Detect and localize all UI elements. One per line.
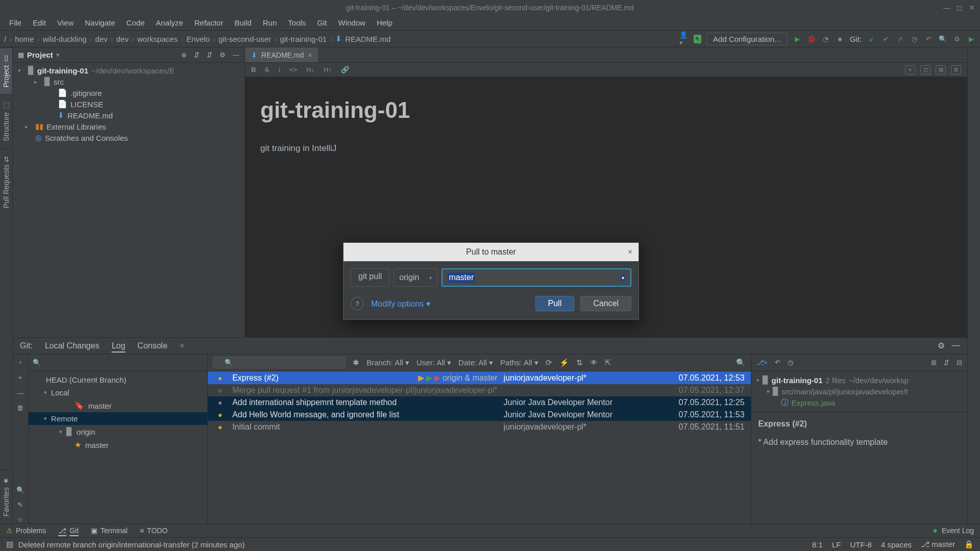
tool-todo[interactable]: ≡TODO	[140, 527, 167, 535]
crumb[interactable]: dev	[95, 35, 108, 43]
link-icon[interactable]: 🔗	[341, 66, 349, 73]
crumb[interactable]: /	[4, 35, 6, 43]
git-revert-icon[interactable]: ↶	[924, 34, 933, 43]
remove-icon[interactable]: —	[17, 389, 23, 397]
menu-help[interactable]: Help	[372, 16, 398, 29]
filter-date[interactable]: Date: All ▾	[458, 358, 493, 367]
dialog-close-icon[interactable]: ×	[628, 247, 632, 257]
group-icon[interactable]: ⊞	[931, 359, 937, 366]
tree-scratches[interactable]: ◎Scratches and Consoles	[13, 132, 244, 143]
back-icon[interactable]: ‹	[19, 358, 21, 366]
branch-head[interactable]: HEAD (Current Branch)	[29, 373, 207, 386]
italic-icon[interactable]: I	[278, 66, 280, 73]
commit-row[interactable]: ● Add international shippemnt template m…	[208, 396, 750, 409]
editor-tab-readme[interactable]: ⬇ README.md ×	[245, 47, 318, 62]
menu-navigate[interactable]: Navigate	[80, 16, 120, 29]
tree-file-readme[interactable]: ⬇README.md	[13, 110, 244, 121]
new-branch-icon[interactable]: ⎇+	[756, 359, 768, 366]
run-anything-icon[interactable]: ▶	[967, 34, 976, 43]
bold-icon[interactable]: B	[251, 66, 256, 73]
menu-refactor[interactable]: Refactor	[189, 16, 229, 29]
refresh-icon[interactable]: ⟳	[546, 358, 552, 367]
branch-remote-origin[interactable]: ▾▉origin	[29, 425, 207, 438]
tree-folder-src[interactable]: ▸▉src	[13, 76, 244, 87]
strike-icon[interactable]: S̶	[265, 66, 269, 73]
modify-options-link[interactable]: Modify options ▾	[371, 299, 430, 309]
git-tab-console[interactable]: Console	[137, 341, 167, 350]
dialog-titlebar[interactable]: Pull to master ×	[344, 243, 639, 261]
indent[interactable]: 4 spaces	[881, 540, 912, 549]
tree-root[interactable]: ▾▉ git-training-01 ~/dev/dev/workspaces/…	[13, 65, 244, 76]
commit-search-input[interactable]	[213, 357, 346, 368]
coverage-icon[interactable]: ◔	[821, 34, 830, 43]
tool-problems[interactable]: ⚠Problems	[6, 527, 46, 535]
user-icon[interactable]: 👤▾	[679, 34, 689, 43]
side-project[interactable]: Project ▯	[0, 47, 12, 94]
edit-icon[interactable]: ✎	[17, 501, 23, 509]
git-push-icon[interactable]: ↗	[895, 34, 904, 43]
view-source-icon[interactable]: ≡	[905, 65, 915, 74]
commit-row[interactable]: ● Initial commit juniorjavadeveloper-pl*…	[208, 421, 750, 433]
collapse-icon[interactable]: ⊟	[957, 359, 962, 366]
goto-icon[interactable]: ⇱	[605, 358, 611, 367]
build-icon[interactable]: ↖	[694, 35, 701, 43]
target-icon[interactable]: ⊕	[181, 51, 187, 59]
menu-window[interactable]: Window	[333, 16, 371, 29]
run-icon[interactable]: ▶	[793, 34, 802, 43]
git-tab-local-changes[interactable]: Local Changes	[45, 341, 100, 350]
commit-row[interactable]: ● Add Hello World message, and ignored f…	[208, 409, 750, 421]
filter-paths[interactable]: Paths: All ▾	[500, 358, 538, 367]
run-config-select[interactable]: Add Configuration...	[706, 33, 788, 45]
gear-icon[interactable]: ⚙	[938, 341, 945, 350]
search-icon[interactable]: 🔍	[33, 359, 41, 366]
side-favorites[interactable]: Favorites ★	[0, 469, 12, 523]
tool-git[interactable]: ⎇Git	[58, 527, 79, 535]
filter-branch[interactable]: Branch: All ▾	[366, 358, 409, 367]
git-tab-log[interactable]: Log	[112, 341, 126, 350]
git-tab-close-icon[interactable]: ×	[180, 341, 184, 350]
branch-select[interactable]: master▾	[442, 268, 631, 287]
cursor-pos[interactable]: 8:1	[812, 540, 823, 549]
settings-icon[interactable]: ⚙	[952, 34, 962, 43]
menu-run[interactable]: Run	[258, 16, 282, 29]
view-preview-icon[interactable]: ▤	[936, 65, 946, 74]
star-icon[interactable]: ☆	[17, 516, 23, 523]
branch-local-master[interactable]: 🔖master	[29, 399, 207, 412]
expand-icon[interactable]: ⇵	[194, 51, 200, 59]
view-split-icon[interactable]: ◫	[920, 65, 930, 74]
menu-icon[interactable]: ▤	[6, 540, 13, 549]
maximize-icon[interactable]: ◻	[957, 4, 963, 12]
crumb[interactable]: home	[15, 35, 34, 43]
crumb[interactable]: workspaces	[137, 35, 178, 43]
branch-remote-master[interactable]: ★master	[29, 438, 207, 452]
tree-file-license[interactable]: 📄LICENSE	[13, 98, 244, 110]
side-structure[interactable]: Structure ⬚	[0, 94, 12, 148]
details-pkg[interactable]: ▾▉ src/main/java/pl/juniorjavadeveloper/…	[751, 386, 967, 397]
sort-icon[interactable]: ⇅	[576, 358, 583, 367]
help-icon[interactable]: ?	[351, 297, 364, 310]
tool-event-log[interactable]: Event Log	[942, 527, 974, 535]
git-pull-icon[interactable]: ↙	[867, 34, 876, 43]
clock-icon[interactable]: ◷	[788, 359, 793, 366]
regex-icon[interactable]: ✱	[353, 358, 359, 367]
menu-edit[interactable]: Edit	[28, 16, 51, 29]
git-commit-icon[interactable]: ✔	[881, 34, 890, 43]
crumb[interactable]: git-second-user	[218, 35, 271, 43]
details-root[interactable]: ▾▉ git-training-01 2 files ~/dev/dev/wor…	[751, 374, 967, 386]
lock-icon[interactable]: 🔒	[964, 540, 974, 549]
undo-icon[interactable]: ↶	[775, 359, 780, 366]
code-icon[interactable]: <>	[289, 66, 297, 73]
branch-group-local[interactable]: ▾Local	[29, 386, 207, 399]
details-file[interactable]: Ⓙ Express.java	[751, 397, 967, 409]
h-down-icon[interactable]: H↓	[306, 66, 314, 73]
git-branch-status[interactable]: ⎇ master	[921, 540, 955, 549]
commit-row[interactable]: ○ Merge pull request #1 from juniorjavad…	[208, 384, 750, 396]
tool-terminal[interactable]: ▣Terminal	[91, 527, 128, 535]
pull-button[interactable]: Pull	[535, 296, 575, 311]
line-sep[interactable]: LF	[832, 540, 841, 549]
hide-icon[interactable]: —	[233, 51, 239, 59]
remote-select[interactable]: origin▾	[394, 268, 437, 287]
cancel-button[interactable]: Cancel	[580, 296, 631, 311]
menu-build[interactable]: Build	[229, 16, 256, 29]
hide-icon[interactable]: —	[952, 341, 960, 350]
